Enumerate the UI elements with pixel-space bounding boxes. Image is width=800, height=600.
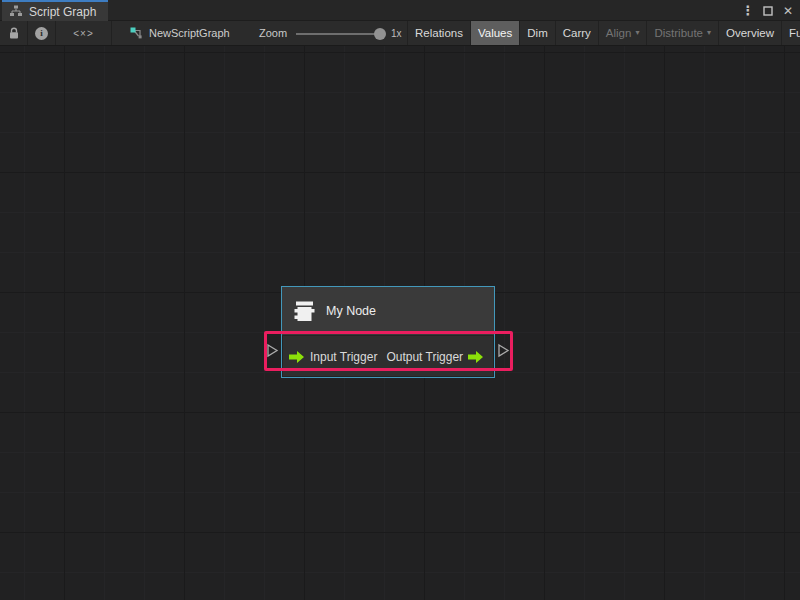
- fullscreen-button[interactable]: Full Screen: [782, 21, 800, 45]
- overview-button[interactable]: Overview: [719, 21, 782, 45]
- values-button[interactable]: Values: [471, 21, 520, 45]
- distribute-dropdown[interactable]: Distribute ▾: [647, 21, 719, 45]
- graph-hierarchy-icon: [9, 5, 23, 18]
- info-button[interactable]: i: [28, 21, 56, 45]
- zoom-value: 1x: [391, 21, 402, 45]
- zoom-label: Zoom: [259, 21, 287, 45]
- code-view-button[interactable]: <×>: [56, 21, 112, 45]
- dim-button[interactable]: Dim: [520, 21, 555, 45]
- tab-script-graph[interactable]: Script Graph: [2, 0, 108, 21]
- node-header[interactable]: My Node: [282, 287, 494, 336]
- maximize-icon[interactable]: [760, 0, 776, 21]
- toolbar-buttons: Relations Values Dim Carry Align ▾ Distr…: [408, 21, 800, 45]
- chevron-down-icon: ▾: [707, 21, 711, 45]
- more-menu-icon[interactable]: ⋮: [740, 0, 756, 21]
- graph-canvas[interactable]: My Node Input Trigger Output Trigger: [0, 46, 800, 600]
- graph-name-label: NewScriptGraph: [149, 27, 230, 39]
- close-icon[interactable]: ✕: [780, 0, 796, 21]
- relations-button[interactable]: Relations: [408, 21, 471, 45]
- info-icon: i: [35, 27, 48, 40]
- title-bar: Script Graph ⋮ ✕: [0, 0, 800, 21]
- chevron-down-icon: ▾: [635, 21, 639, 45]
- lock-icon: [8, 27, 20, 40]
- script-graph-window: Script Graph ⋮ ✕ i <×>: [0, 0, 800, 600]
- script-graph-asset-icon: [130, 27, 143, 39]
- lock-button[interactable]: [0, 21, 28, 45]
- node-title: My Node: [326, 304, 376, 318]
- graph-breadcrumb[interactable]: NewScriptGraph: [130, 21, 230, 45]
- toolbar: i <×> NewScriptGraph Zoom 1x Relations V…: [0, 21, 800, 46]
- trigger-row-highlight: [264, 331, 513, 371]
- zoom-slider-handle[interactable]: [374, 28, 386, 40]
- unit-node-icon: [292, 299, 316, 324]
- align-dropdown[interactable]: Align ▾: [599, 21, 648, 45]
- carry-button[interactable]: Carry: [556, 21, 599, 45]
- tab-label: Script Graph: [29, 5, 96, 19]
- window-controls: ⋮ ✕: [740, 0, 796, 21]
- zoom-slider-track[interactable]: [296, 33, 380, 35]
- code-view-icon: <×>: [73, 28, 94, 39]
